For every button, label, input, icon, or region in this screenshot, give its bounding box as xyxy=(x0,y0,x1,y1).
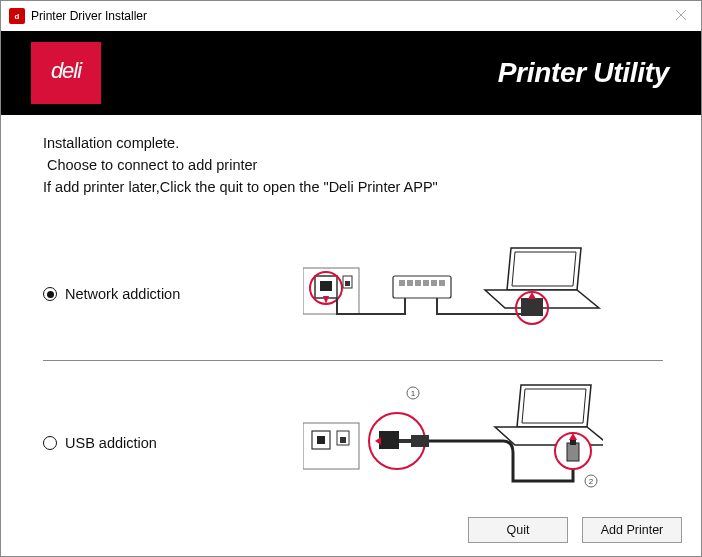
footer-buttons: Quit Add Printer xyxy=(468,517,682,543)
svg-rect-14 xyxy=(439,280,445,286)
option-network-row: Network addiction xyxy=(43,246,663,342)
brand-logo: deli xyxy=(31,42,101,104)
svg-rect-7 xyxy=(345,281,350,286)
radio-icon xyxy=(43,436,57,450)
svg-rect-27 xyxy=(379,431,399,449)
svg-rect-28 xyxy=(411,435,429,447)
message-line-2: Choose to connect to add printer xyxy=(43,155,663,177)
window-title: Printer Driver Installer xyxy=(31,9,147,23)
quit-button[interactable]: Quit xyxy=(468,517,568,543)
message-line-1: Installation complete. xyxy=(43,133,663,155)
radio-network[interactable]: Network addiction xyxy=(43,286,303,302)
svg-rect-10 xyxy=(407,280,413,286)
svg-rect-4 xyxy=(320,281,332,291)
svg-rect-12 xyxy=(423,280,429,286)
product-title: Printer Utility xyxy=(498,57,669,89)
divider xyxy=(43,360,663,361)
add-printer-button[interactable]: Add Printer xyxy=(582,517,682,543)
radio-usb[interactable]: USB addiction xyxy=(43,435,303,451)
svg-rect-8 xyxy=(393,276,451,298)
svg-rect-11 xyxy=(415,280,421,286)
svg-rect-13 xyxy=(431,280,437,286)
app-icon: d xyxy=(9,8,25,24)
svg-text:1: 1 xyxy=(411,389,416,398)
network-diagram xyxy=(303,246,603,342)
close-icon[interactable] xyxy=(673,7,689,23)
svg-rect-15 xyxy=(521,298,543,316)
titlebar: d Printer Driver Installer xyxy=(1,1,701,31)
svg-rect-31 xyxy=(567,443,579,461)
usb-diagram: 1 2 xyxy=(303,381,603,505)
radio-icon xyxy=(43,287,57,301)
message-line-3: If add printer later,Click the quit to o… xyxy=(43,177,663,199)
content-area: Installation complete. Choose to connect… xyxy=(1,115,701,515)
radio-usb-label: USB addiction xyxy=(65,435,157,451)
svg-rect-21 xyxy=(303,423,359,469)
option-usb-row: USB addiction 1 2 xyxy=(43,381,663,505)
svg-rect-23 xyxy=(317,436,325,444)
radio-network-label: Network addiction xyxy=(65,286,180,302)
svg-text:2: 2 xyxy=(589,477,594,486)
svg-rect-9 xyxy=(399,280,405,286)
banner: deli Printer Utility xyxy=(1,31,701,115)
svg-rect-25 xyxy=(340,437,346,443)
